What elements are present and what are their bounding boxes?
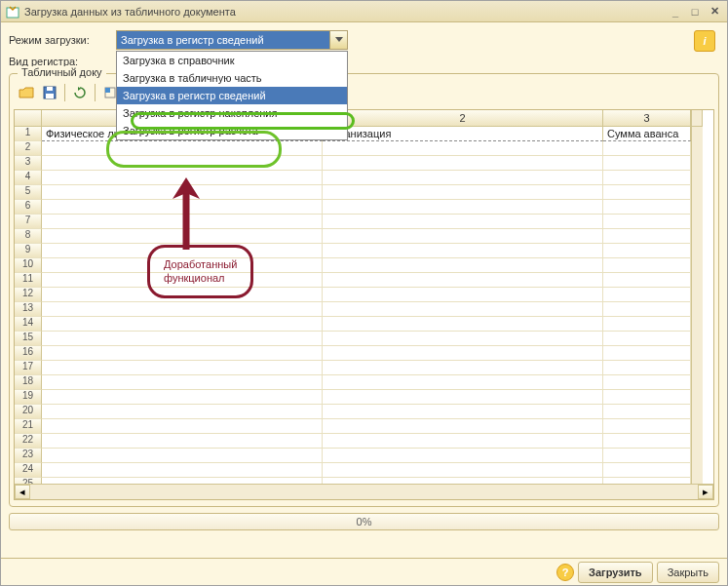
row-header[interactable]: 1 [15, 127, 42, 141]
cell[interactable] [603, 171, 691, 185]
cell[interactable] [323, 346, 603, 361]
horizontal-scrollbar[interactable]: ◂ ▸ [15, 484, 713, 499]
cell[interactable] [603, 156, 691, 171]
mode-combobox[interactable]: Загрузка в регистр сведений Загрузка в с… [116, 30, 348, 50]
cell[interactable] [42, 332, 323, 346]
cell[interactable] [42, 215, 323, 229]
save-button[interactable] [39, 82, 60, 103]
cell[interactable] [42, 361, 323, 375]
row-header[interactable]: 15 [15, 332, 42, 346]
cell[interactable] [42, 288, 323, 302]
cell[interactable] [323, 302, 603, 317]
cell[interactable] [42, 229, 323, 244]
row-header[interactable]: 11 [15, 273, 42, 288]
info-icon[interactable]: i [694, 30, 715, 52]
vscroll[interactable] [691, 200, 703, 215]
vscroll[interactable] [691, 273, 703, 288]
cell[interactable] [323, 434, 603, 449]
tab-label[interactable]: Табличный доку [18, 66, 106, 78]
cell[interactable] [603, 449, 691, 463]
row-header[interactable]: 6 [15, 200, 42, 215]
cell[interactable] [603, 258, 691, 273]
vscroll[interactable] [691, 375, 703, 390]
cell[interactable] [603, 302, 691, 317]
cell[interactable] [603, 390, 691, 405]
vscroll[interactable] [691, 390, 703, 405]
row-header[interactable]: 10 [15, 258, 42, 273]
cell[interactable] [42, 185, 323, 200]
row-header[interactable]: 7 [15, 215, 42, 229]
cell[interactable] [42, 346, 323, 361]
cell[interactable] [323, 405, 603, 419]
cell[interactable] [42, 419, 323, 434]
cell[interactable] [42, 405, 323, 419]
help-icon[interactable]: ? [556, 564, 574, 581]
vscroll[interactable] [691, 288, 703, 302]
cell[interactable] [323, 361, 603, 375]
row-header[interactable]: 9 [15, 244, 42, 258]
cell[interactable] [42, 302, 323, 317]
dropdown-item-catalog[interactable]: Загрузка в справочник [117, 52, 347, 69]
vscroll[interactable] [691, 127, 703, 141]
cell[interactable] [603, 375, 691, 390]
cell[interactable] [323, 185, 603, 200]
cell[interactable] [323, 171, 603, 185]
col-header-3[interactable]: 3 [603, 110, 691, 127]
cell[interactable] [603, 463, 691, 478]
dropdown-item-accum-register[interactable]: Загрузка в регистр накопления [117, 104, 347, 122]
cell[interactable] [42, 156, 323, 171]
cell[interactable] [323, 229, 603, 244]
cell[interactable] [323, 244, 603, 258]
row-header[interactable]: 14 [15, 317, 42, 332]
vscroll[interactable] [691, 317, 703, 332]
vscroll[interactable] [691, 463, 703, 478]
cell[interactable] [323, 419, 603, 434]
cell[interactable] [323, 141, 603, 156]
maximize-button[interactable]: □ [686, 4, 704, 20]
cell[interactable] [42, 258, 323, 273]
cell[interactable] [603, 419, 691, 434]
cell[interactable] [42, 141, 323, 156]
cell[interactable] [603, 229, 691, 244]
row-header[interactable]: 2 [15, 141, 42, 156]
vscroll[interactable] [691, 302, 703, 317]
row-header[interactable]: 12 [15, 288, 42, 302]
cell[interactable] [603, 273, 691, 288]
row-header[interactable]: 3 [15, 156, 42, 171]
subheader-org[interactable]: Организация [323, 127, 603, 141]
cell[interactable] [42, 463, 323, 478]
cell[interactable] [603, 434, 691, 449]
dropdown-item-info-register[interactable]: Загрузка в регистр сведений [117, 87, 347, 104]
vscroll[interactable] [691, 346, 703, 361]
cell[interactable] [323, 258, 603, 273]
row-header[interactable]: 21 [15, 419, 42, 434]
row-header[interactable]: 17 [15, 361, 42, 375]
cell[interactable] [603, 215, 691, 229]
spreadsheet[interactable]: 1 2 3 1 Физическое лицо Организация Сумм… [14, 109, 714, 500]
vscroll[interactable] [691, 215, 703, 229]
cell[interactable] [42, 317, 323, 332]
vscroll[interactable] [691, 419, 703, 434]
cell[interactable] [323, 375, 603, 390]
cell[interactable] [323, 390, 603, 405]
cell[interactable] [603, 317, 691, 332]
row-header[interactable]: 19 [15, 390, 42, 405]
cell[interactable] [42, 390, 323, 405]
col-header-2[interactable]: 2 [323, 110, 603, 127]
cell[interactable] [42, 375, 323, 390]
cell[interactable] [323, 215, 603, 229]
cell[interactable] [323, 273, 603, 288]
row-header[interactable]: 23 [15, 449, 42, 463]
vscroll[interactable] [691, 141, 703, 156]
cell[interactable] [42, 434, 323, 449]
row-header[interactable]: 8 [15, 229, 42, 244]
minimize-button[interactable]: _ [667, 4, 684, 20]
cell[interactable] [323, 156, 603, 171]
vscroll[interactable] [691, 434, 703, 449]
grid-corner[interactable] [15, 110, 42, 127]
cell[interactable] [603, 405, 691, 419]
cell[interactable] [42, 449, 323, 463]
vscroll[interactable] [691, 185, 703, 200]
cell[interactable] [323, 449, 603, 463]
row-header[interactable]: 13 [15, 302, 42, 317]
